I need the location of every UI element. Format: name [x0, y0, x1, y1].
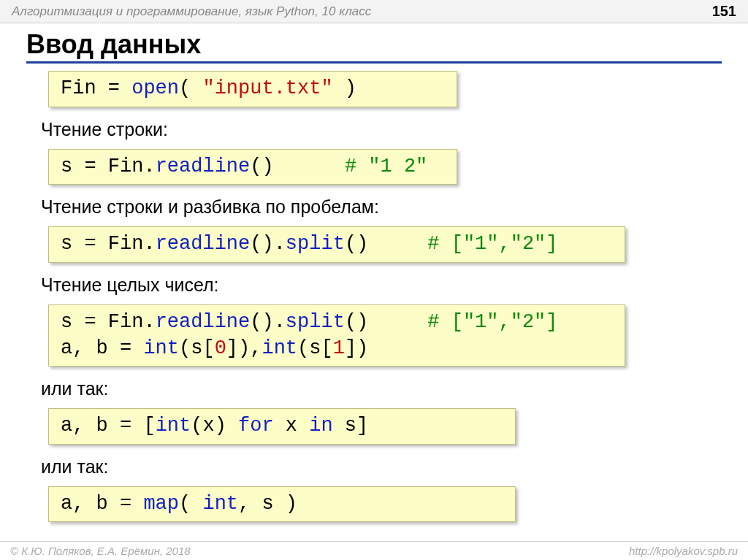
code-token: 0: [215, 337, 226, 359]
code-token: # "1 2": [345, 156, 427, 177]
code-token: s = Fin.: [61, 156, 156, 177]
code-token: (): [345, 233, 427, 255]
code-token: readline: [156, 233, 251, 255]
code-token: s = Fin.: [61, 233, 156, 255]
code-block: s = Fin.readline() # "1 2": [48, 149, 457, 185]
code-token: map: [143, 493, 179, 515]
code-token: (s[: [179, 337, 215, 359]
code-token: int: [262, 337, 297, 359]
code-token: split: [286, 233, 345, 255]
blocks-container: Fin = open( "input.txt" )Чтение строки:s…: [26, 66, 722, 526]
code-token: (): [250, 156, 345, 177]
slide-footer: © К.Ю. Поляков, Е.А. Ерёмин, 2018 http:/…: [0, 541, 748, 560]
code-token: ().: [250, 311, 286, 333]
slide-header: Алгоритмизация и программирование, язык …: [0, 0, 748, 23]
code-token: open: [131, 77, 179, 99]
code-token: readline: [156, 311, 251, 333]
code-token: , s ): [238, 493, 297, 515]
code-token: "input.txt": [202, 77, 332, 99]
section-label: или так:: [41, 378, 722, 399]
code-token: ]),: [226, 337, 262, 359]
code-token: x: [274, 415, 310, 437]
code-token: int: [156, 415, 191, 437]
section-label: или так:: [41, 456, 722, 477]
code-token: a, b =: [61, 493, 143, 515]
code-token: ]): [345, 337, 368, 359]
code-block: a, b = map( int, s ): [48, 486, 516, 523]
code-token: int: [202, 493, 238, 515]
code-token: Fin =: [61, 77, 131, 99]
code-token: int: [143, 337, 179, 359]
code-token: (: [179, 493, 202, 515]
footer-right: http://kpolyakov.spb.ru: [629, 545, 738, 557]
code-token: # ["1","2"]: [427, 233, 557, 255]
footer-left: © К.Ю. Поляков, Е.А. Ерёмин, 2018: [10, 545, 191, 557]
code-token: ().: [250, 233, 286, 255]
code-token: readline: [156, 156, 251, 177]
code-token: (: [179, 77, 202, 99]
code-token: 1: [333, 337, 345, 359]
code-token: # ["1","2"]: [427, 311, 557, 333]
section-label: Чтение целых чисел:: [41, 275, 722, 296]
page-title: Ввод данных: [26, 29, 722, 64]
code-block: a, b = [int(x) for x in s]: [48, 408, 516, 445]
section-label: Чтение строки:: [41, 119, 722, 140]
code-block: Fin = open( "input.txt" ): [48, 71, 457, 107]
code-token: (x): [191, 415, 238, 437]
breadcrumb: Алгоритмизация и программирование, язык …: [12, 4, 371, 19]
code-token: ): [333, 77, 356, 99]
code-block: s = Fin.readline().split() # ["1","2"] a…: [48, 304, 625, 367]
code-token: a, b = [: [61, 415, 156, 437]
page-number: 151: [712, 3, 736, 20]
code-token: a, b =: [61, 337, 143, 359]
code-token: in: [309, 415, 332, 437]
section-label: Чтение строки и разбивка по пробелам:: [41, 196, 722, 218]
code-token: for: [238, 415, 274, 437]
code-token: (s[: [297, 337, 333, 359]
code-block: s = Fin.readline().split() # ["1","2"]: [48, 226, 625, 263]
code-token: split: [286, 311, 345, 333]
code-token: (): [345, 311, 427, 333]
code-token: s]: [333, 415, 369, 437]
code-token: s = Fin.: [61, 311, 156, 333]
slide-content: Ввод данных Fin = open( "input.txt" )Чте…: [0, 23, 748, 526]
